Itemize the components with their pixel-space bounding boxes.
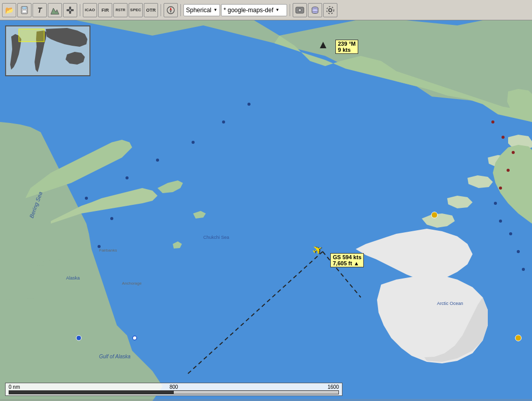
wind-speed: 9 kts [338, 47, 356, 53]
svg-point-15 [327, 7, 334, 14]
map-container[interactable]: Bering Sea Gulf of Alaska Alaska Anchora… [0, 20, 532, 401]
svg-point-34 [494, 202, 497, 205]
svg-point-11 [298, 9, 301, 12]
svg-point-31 [512, 151, 515, 154]
svg-point-20 [515, 335, 521, 341]
sep4 [290, 4, 290, 16]
profile-dropdown[interactable]: * google-maps-def ▼ [221, 4, 287, 16]
svg-point-6 [69, 9, 71, 11]
svg-rect-50 [19, 29, 44, 42]
profile-label: * google-maps-def [224, 7, 273, 14]
text-tool-button[interactable]: T [33, 3, 47, 17]
svg-point-35 [499, 220, 502, 223]
projection-label: Spherical [186, 7, 211, 14]
sep3 [180, 4, 181, 16]
fir-button[interactable]: FIR [98, 3, 112, 17]
scale-labels: 0 nm 800 1600 [9, 384, 339, 390]
spec-button[interactable]: SPEC [129, 3, 143, 17]
svg-point-23 [85, 197, 88, 200]
aircraft-label: GS 594 kts 7,605 ft ▲ [330, 253, 364, 267]
database-button[interactable] [308, 3, 322, 17]
svg-point-36 [509, 232, 512, 235]
svg-text:Gulf of Alaska: Gulf of Alaska [99, 354, 131, 359]
projection-arrow: ▼ [213, 8, 217, 12]
projection-dropdown[interactable]: Spherical ▼ [183, 4, 220, 16]
svg-text:Anchorage: Anchorage [122, 281, 142, 286]
svg-point-27 [222, 120, 225, 124]
svg-text:Chukchi Sea: Chukchi Sea [203, 235, 229, 240]
svg-point-26 [192, 141, 195, 144]
aircraft-speed: GS 594 kts [333, 254, 361, 260]
icao-button[interactable]: ICAO [83, 3, 97, 17]
terrain-button[interactable] [48, 3, 62, 17]
svg-text:Arctic Ocean: Arctic Ocean [437, 301, 463, 306]
svg-point-18 [133, 336, 137, 340]
svg-text:Alaska: Alaska [66, 275, 80, 281]
map-background: Bering Sea Gulf of Alaska Alaska Anchora… [0, 20, 532, 401]
wind-direction: 239 °M [338, 41, 356, 47]
svg-point-17 [76, 335, 81, 341]
svg-rect-2 [22, 10, 26, 13]
wind-indicator: 239 °M 9 kts [335, 40, 358, 54]
cursor-arrow: ▲ [318, 38, 329, 51]
scale-bar: 0 nm 800 1600 [5, 383, 342, 396]
settings-button[interactable] [323, 3, 337, 17]
svg-text:Fairbanks: Fairbanks [99, 248, 117, 253]
svg-rect-46 [0, 399, 532, 401]
svg-point-14 [329, 9, 332, 12]
svg-marker-3 [51, 8, 59, 14]
scale-mid: 800 [170, 384, 178, 390]
svg-point-32 [507, 169, 510, 172]
svg-point-24 [126, 176, 129, 179]
scale-ruler [9, 390, 339, 394]
svg-point-22 [110, 217, 113, 220]
svg-rect-1 [22, 7, 26, 9]
svg-point-29 [491, 120, 494, 124]
scale-start: 0 nm [9, 384, 20, 390]
svg-point-25 [156, 159, 159, 162]
svg-point-19 [431, 212, 437, 218]
svg-point-37 [517, 250, 520, 253]
aircraft-settings-button[interactable] [63, 3, 77, 17]
svg-point-38 [522, 268, 525, 271]
compass-button[interactable] [164, 3, 178, 17]
profile-arrow: ▼ [275, 8, 279, 12]
sep2 [161, 4, 161, 16]
svg-point-28 [247, 103, 251, 106]
open-button[interactable]: 📂 [2, 3, 16, 17]
rstr-button[interactable]: RSTR [113, 3, 128, 17]
otr-button[interactable]: OTR [144, 3, 158, 17]
svg-point-30 [502, 136, 505, 139]
scale-end: 1600 [328, 384, 339, 390]
aircraft-altitude: 7,605 ft ▲ [333, 260, 361, 266]
toolbar: 📂 T ICAO FIR RSTR SPEC OTR [0, 0, 532, 20]
screenshot-button[interactable] [293, 3, 307, 17]
mini-map [5, 25, 90, 76]
save-button[interactable] [17, 3, 32, 17]
sep1 [80, 4, 80, 16]
svg-marker-9 [170, 10, 172, 13]
svg-point-13 [312, 9, 318, 11]
svg-point-33 [499, 187, 502, 190]
